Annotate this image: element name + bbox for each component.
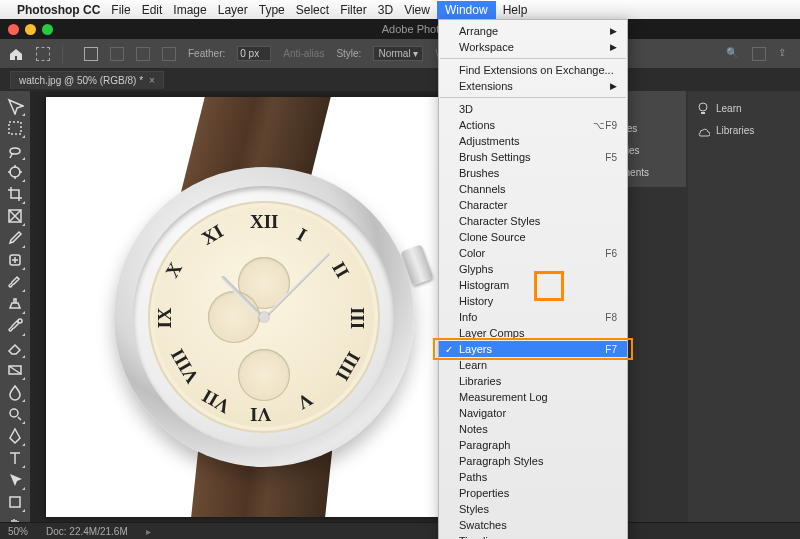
menu-item-label: Libraries (459, 375, 501, 387)
workspace-icon[interactable] (752, 47, 766, 61)
zoom-readout[interactable]: 50% (8, 526, 28, 537)
type-tool[interactable] (4, 447, 26, 469)
menu-help[interactable]: Help (503, 3, 528, 17)
crop-tool[interactable] (4, 183, 26, 205)
menu-item-paragraph-styles[interactable]: Paragraph Styles (439, 453, 627, 469)
dial-numeral: IX (154, 307, 176, 328)
document-canvas[interactable]: XIIIIIIIIIIIIVVIVIIVIIIIXXXI (46, 97, 496, 517)
menu-item-paragraph[interactable]: Paragraph (439, 437, 627, 453)
menu-item-paths[interactable]: Paths (439, 469, 627, 485)
bulb-icon (696, 101, 710, 115)
marquee-tool[interactable] (4, 117, 26, 139)
menu-item-arrange[interactable]: Arrange▶ (439, 23, 627, 39)
menu-select[interactable]: Select (296, 3, 329, 17)
menu-item-history[interactable]: History (439, 293, 627, 309)
menu-item-3d[interactable]: 3D (439, 101, 627, 117)
move-tool[interactable] (4, 95, 26, 117)
minimize-window-button[interactable] (25, 24, 36, 35)
menu-item-timeline[interactable]: Timeline (439, 533, 627, 539)
clone-stamp-tool[interactable] (4, 293, 26, 315)
frame-tool[interactable] (4, 205, 26, 227)
intersect-selection-icon[interactable] (162, 47, 176, 61)
eraser-tool[interactable] (4, 337, 26, 359)
menu-item-layer-comps[interactable]: Layer Comps (439, 325, 627, 341)
healing-brush-tool[interactable] (4, 249, 26, 271)
menu-image[interactable]: Image (173, 3, 206, 17)
menu-item-styles[interactable]: Styles (439, 501, 627, 517)
path-select-tool[interactable] (4, 469, 26, 491)
menu-item-adjustments[interactable]: Adjustments (439, 133, 627, 149)
menu-item-info[interactable]: InfoF8 (439, 309, 627, 325)
menu-layer[interactable]: Layer (218, 3, 248, 17)
quick-select-tool[interactable] (4, 161, 26, 183)
subtract-selection-icon[interactable] (136, 47, 150, 61)
menu-edit[interactable]: Edit (142, 3, 163, 17)
marquee-preset-icon[interactable] (36, 47, 50, 61)
menu-type[interactable]: Type (259, 3, 285, 17)
dial-numeral: VI (250, 403, 271, 425)
dial-numeral: III (346, 307, 368, 329)
document-tab[interactable]: watch.jpg @ 50% (RGB/8) * × (10, 71, 164, 89)
menu-item-extensions[interactable]: Extensions▶ (439, 78, 627, 94)
svg-rect-0 (9, 122, 21, 134)
new-selection-icon[interactable] (84, 47, 98, 61)
menu-item-channels[interactable]: Channels (439, 181, 627, 197)
close-window-button[interactable] (8, 24, 19, 35)
menu-item-label: Swatches (459, 519, 507, 531)
gradient-tool[interactable] (4, 359, 26, 381)
brush-tool[interactable] (4, 271, 26, 293)
menu-item-navigator[interactable]: Navigator (439, 405, 627, 421)
menu-item-character[interactable]: Character (439, 197, 627, 213)
menu-item-label: Clone Source (459, 231, 526, 243)
feather-label: Feather: (188, 48, 225, 59)
search-icon[interactable]: 🔍 (726, 47, 740, 61)
blur-tool[interactable] (4, 381, 26, 403)
dial-numeral: I (293, 223, 310, 246)
add-selection-icon[interactable] (110, 47, 124, 61)
menu-item-color[interactable]: ColorF6 (439, 245, 627, 261)
app-name[interactable]: Photoshop CC (17, 3, 100, 17)
submenu-arrow-icon: ▶ (610, 26, 617, 36)
menu-item-swatches[interactable]: Swatches (439, 517, 627, 533)
menu-item-learn[interactable]: Learn (439, 357, 627, 373)
panel-label: Learn (716, 103, 742, 114)
panel-learn[interactable]: Learn (688, 97, 800, 119)
menu-item-find-extensions-on-exchange-[interactable]: Find Extensions on Exchange... (439, 62, 627, 78)
menu-3d[interactable]: 3D (378, 3, 393, 17)
lasso-tool[interactable] (4, 139, 26, 161)
zoom-window-button[interactable] (42, 24, 53, 35)
share-icon[interactable]: ⇪ (778, 47, 792, 61)
menu-filter[interactable]: Filter (340, 3, 367, 17)
menu-item-notes[interactable]: Notes (439, 421, 627, 437)
menu-item-brush-settings[interactable]: Brush SettingsF5 (439, 149, 627, 165)
menu-item-label: Info (459, 311, 477, 323)
menu-item-layers[interactable]: LayersF7 (439, 341, 627, 357)
history-brush-tool[interactable] (4, 315, 26, 337)
menu-window[interactable]: Window (437, 1, 496, 19)
panel-libraries[interactable]: Libraries (688, 119, 800, 141)
menu-file[interactable]: File (111, 3, 130, 17)
menu-item-brushes[interactable]: Brushes (439, 165, 627, 181)
style-select[interactable]: Normal ▾ (373, 46, 423, 61)
menu-item-clone-source[interactable]: Clone Source (439, 229, 627, 245)
menu-item-workspace[interactable]: Workspace▶ (439, 39, 627, 55)
submenu-arrow-icon: ▶ (610, 81, 617, 91)
menu-item-histogram[interactable]: Histogram (439, 277, 627, 293)
menu-item-actions[interactable]: Actions⌥F9 (439, 117, 627, 133)
home-button[interactable] (8, 46, 24, 62)
eyedropper-tool[interactable] (4, 227, 26, 249)
menu-view[interactable]: View (404, 3, 430, 17)
dial-numeral: V (293, 388, 316, 414)
menu-item-libraries[interactable]: Libraries (439, 373, 627, 389)
feather-input[interactable] (237, 46, 271, 61)
close-tab-icon[interactable]: × (149, 75, 155, 86)
rectangle-tool[interactable] (4, 491, 26, 513)
dodge-tool[interactable] (4, 403, 26, 425)
menu-item-label: Learn (459, 359, 487, 371)
menu-item-character-styles[interactable]: Character Styles (439, 213, 627, 229)
menu-item-glyphs[interactable]: Glyphs (439, 261, 627, 277)
menu-item-measurement-log[interactable]: Measurement Log (439, 389, 627, 405)
menu-item-properties[interactable]: Properties (439, 485, 627, 501)
pen-tool[interactable] (4, 425, 26, 447)
dial-numeral: IIII (331, 348, 365, 385)
